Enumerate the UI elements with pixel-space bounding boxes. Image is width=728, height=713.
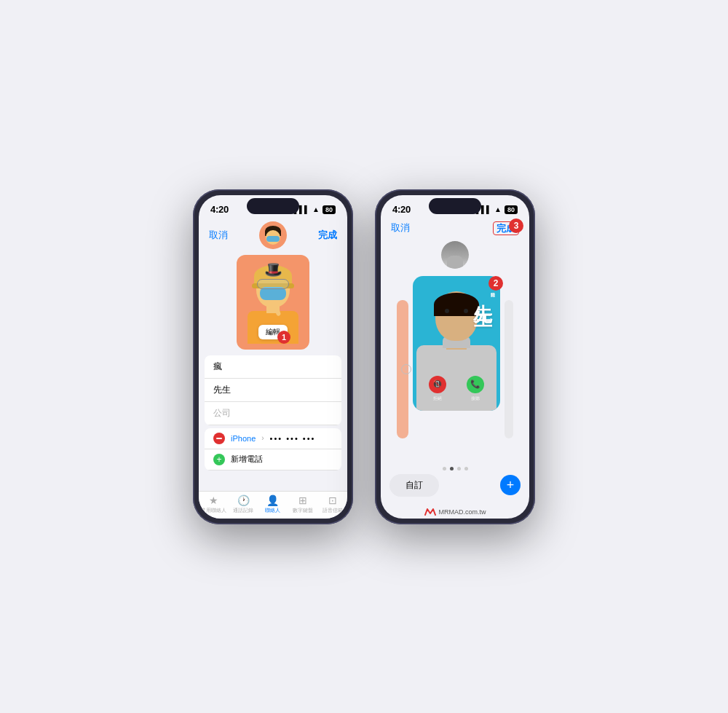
contacts-icon: 👤 [266,495,279,506]
dot-1 [443,467,446,470]
avatar-area-right [381,238,529,273]
nav-bar-right: 取消 完成 3 [381,221,529,238]
last-name-field[interactable]: 先生 [205,379,341,402]
poster-partial-right [505,300,513,438]
customize-button[interactable]: 自訂 [389,474,439,497]
poster-card-right: 行動電話 先生 📵 拒絕 📞 接聽 [413,276,500,411]
decline-label: 拒絕 [433,395,442,402]
star-icon: ★ [209,495,218,506]
done-button-wrapper: 完成 3 [493,221,519,235]
avatar-right [441,241,469,269]
left-screen: 4:20 ▌▌▌ ▲ 80 取消 完成 [199,195,347,519]
call-buttons-area: 📵 拒絕 📞 接聽 [429,376,484,402]
poster-wrapper-left: 🎩 編輯 1 [237,255,309,350]
tab-voicemail[interactable]: ⊡ 語音信箱 [317,495,347,514]
phone-number[interactable]: ••• ••• ••• [270,434,316,443]
avatar-left [259,221,287,249]
tab-bar-left: ★ 常用聯絡人 🕐 通話記錄 👤 聯絡人 ⊞ 數字鍵盤 ⊡ 語音信箱 [199,491,347,519]
phone-arrow-icon: › [261,434,264,442]
accept-button-wrapper: 📞 接聽 [467,376,484,402]
status-icons-left: ▌▌▌ ▲ 80 [294,205,336,214]
dynamic-island-right [429,198,481,214]
tab-label-keypad: 數字鍵盤 [293,507,313,514]
tab-keypad[interactable]: ⊞ 數字鍵盤 [288,495,317,514]
right-phone: 4:20 ▌▌▌ ▲ 80 取消 完成 3 [375,189,535,524]
dot-2 [450,467,454,470]
step-badge-3: 3 [509,218,523,233]
step-badge-2: 2 [488,276,503,291]
tab-recents[interactable]: 🕐 通話記錄 [229,495,258,514]
status-icons-right: ▌▌▌ ▲ 80 [476,205,518,214]
keypad-icon: ⊞ [298,495,307,506]
card-text-area: 行動電話 先生 [470,289,496,298]
bottom-buttons: 自訂 + [381,474,529,504]
dynamic-island-left [247,198,299,214]
done-button-left[interactable]: 完成 [318,229,337,242]
tab-label-voicemail: 語音信箱 [323,507,343,514]
wifi-icon-right: ▲ [494,205,502,213]
battery-left: 80 [323,205,336,214]
phone-type-label[interactable]: iPhone [231,434,256,443]
remove-phone-icon[interactable] [213,433,225,444]
tab-favorites[interactable]: ★ 常用聯絡人 [199,495,229,514]
watermark-area: MRMAD.com.tw [381,504,529,519]
accept-button[interactable]: 📞 [467,376,484,393]
time-left: 4:20 [210,204,229,215]
dot-4 [464,467,468,470]
contact-poster-left: 🎩 編輯 1 [199,252,347,355]
right-screen: 4:20 ▌▌▌ ▲ 80 取消 完成 3 [381,195,529,519]
dot-3 [457,467,461,470]
wifi-icon: ▲ [312,205,320,213]
pagination-dots [381,462,529,474]
card-large-text: 先生 [470,289,496,298]
tab-label-contacts: 聯絡人 [265,507,280,514]
mrmad-logo-icon [424,508,436,516]
poster-main-wrapper: 行動電話 先生 📵 拒絕 📞 接聽 [413,276,500,411]
contact-poster-right: i [381,273,529,462]
time-right: 4:20 [392,204,411,215]
add-phone-label[interactable]: 新增電話 [231,454,263,465]
decline-button[interactable]: 📵 [429,376,446,393]
voicemail-icon: ⊡ [328,495,337,506]
step-badge-1: 1 [277,331,290,344]
nav-bar-left: 取消 完成 [199,221,347,252]
info-icon: i [401,364,411,374]
add-phone-row[interactable]: 新增電話 [205,449,341,470]
decline-button-wrapper: 📵 拒絕 [429,376,446,402]
cancel-button-right[interactable]: 取消 [391,221,410,235]
left-phone: 4:20 ▌▌▌ ▲ 80 取消 完成 [193,189,353,524]
clock-icon: 🕐 [237,495,250,506]
phone-row: iPhone › ••• ••• ••• [205,428,341,449]
add-phone-icon[interactable] [213,454,225,465]
tab-contacts[interactable]: 👤 聯絡人 [258,495,288,514]
first-name-field[interactable]: 瘋 [205,355,341,379]
accept-label: 接聽 [471,395,480,402]
poster-partial-left: i [397,300,408,438]
cancel-button-left[interactable]: 取消 [209,229,228,242]
tab-label-recents: 通話記錄 [233,507,253,514]
company-field[interactable]: 公司 [205,402,341,425]
add-button[interactable]: + [500,475,521,495]
form-area: 瘋 先生 公司 iPhone › ••• ••• ••• 新增電話 [205,355,341,491]
tab-label-favorites: 常用聯絡人 [201,507,226,514]
watermark-text: MRMAD.com.tw [439,508,486,516]
battery-right: 80 [505,205,518,214]
